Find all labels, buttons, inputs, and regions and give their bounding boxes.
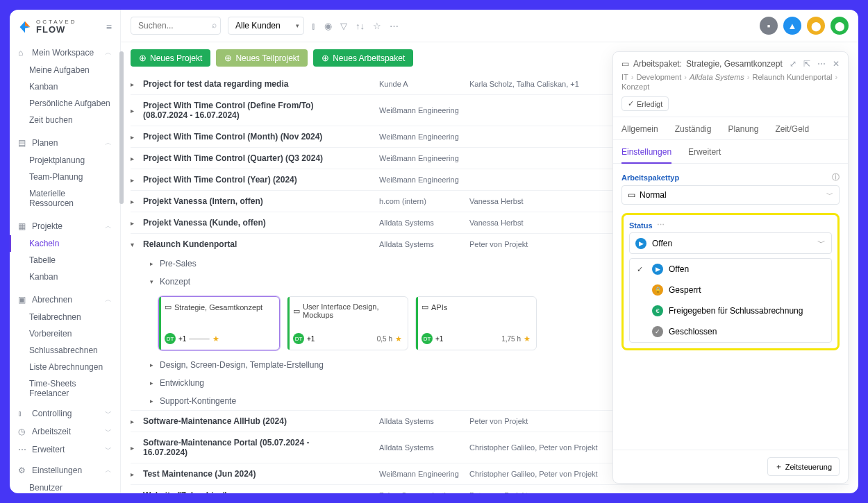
search-input[interactable] [131,17,221,35]
chevron-down-icon[interactable]: ▾ [131,241,143,248]
panel-more-icon[interactable]: ⋯ [817,59,826,69]
chevron-right-icon[interactable]: ▸ [131,470,143,478]
status-option[interactable]: ✓ Geschlossen [630,321,831,342]
status-select[interactable]: ▶ Offen ﹀ [629,232,832,254]
project-people: Peter von Projekt [469,491,849,493]
nav-erweitert[interactable]: ⋯Erweitert﹀ [10,441,120,459]
project-name: Software-Maintenance Portal (05.07.2024 … [143,438,351,457]
eye-icon[interactable]: ◉ [324,21,332,31]
sliders-icon[interactable]: ⫿ [311,21,316,31]
project-row[interactable]: ▸ Website "Zebra Live" Zebra Communicati… [131,484,849,493]
new-project-button[interactable]: ⊕Neues Projekt [131,49,210,67]
box-icon: ▭ [165,302,172,312]
panel-subtabs: Einstellungen Erweitert [613,140,848,164]
search-container: ⌕ [131,17,221,35]
nav-my-tasks[interactable]: Meine Aufgaben [10,62,120,78]
notification-button[interactable]: ▲ [783,17,801,35]
workpackage-card[interactable]: ▭ APIs DT +1 1,75 h ★ [415,296,537,350]
play-icon: ▶ [652,264,663,275]
more-icon[interactable]: ⋯ [390,21,399,31]
nav-partial-billing[interactable]: Teilabrechnen [10,309,120,325]
chevron-right-icon[interactable]: ▸ [131,198,143,205]
status-option-label: Freigegeben für Schlussabrechnung [669,306,803,316]
nav-personal-tasks[interactable]: Persönliche Aufgaben [10,95,120,112]
status-dropdown: ✓ ▶ Offen 🔒 Gesperrt € Freigegeben für S… [629,258,832,343]
tab-time-money[interactable]: Zeit/Geld [775,124,809,139]
nav-users[interactable]: Benutzer [10,479,120,493]
new-subproject-button[interactable]: ⊕Neues Teilprojekt [216,49,308,67]
nav-arbeitszeit[interactable]: ◷Arbeitszeit﹀ [10,423,120,441]
workpackage-card[interactable]: ▭ Strategie, Gesamtkonzept DT +1 ★ [158,296,280,350]
new-workpackage-button[interactable]: ⊕Neues Arbeitspaket [313,49,413,67]
customer-filter[interactable]: Alle Kunden▾ [228,17,304,35]
nav-project-planning[interactable]: Projektplanung [10,152,120,169]
chevron-right-icon[interactable]: ▸ [131,155,143,162]
menu-toggle-icon[interactable]: ≡ [106,22,112,33]
status-option[interactable]: ✓ ▶ Offen [630,259,831,280]
nav-planen[interactable]: ▤Planen︿ [10,134,120,152]
status-option[interactable]: € Freigegeben für Schlussabrechnung [630,300,831,321]
time-control-button[interactable]: ＋Zeitsteuerung [767,457,840,476]
status-button[interactable]: ⬤ [831,17,849,35]
nav-kanban2[interactable]: Kanban [10,268,120,285]
expand-icon[interactable]: ⤢ [790,59,796,69]
chevron-down-icon: ﹀ [826,190,833,200]
tab-settings[interactable]: Einstellungen [621,147,671,164]
nav-einstellungen[interactable]: ⚙Einstellungen︿ [10,461,120,479]
tab-general[interactable]: Allgemein [621,124,658,139]
done-icon: ✓ [652,326,663,337]
status-option[interactable]: 🔒 Gesperrt [630,280,831,300]
folder-button[interactable]: ▪ [760,17,778,35]
sort-icon[interactable]: ↑↓ [356,21,365,31]
play-icon: ▶ [635,238,646,249]
nav-abrechnen[interactable]: ▣Abrechnen︿ [10,291,120,309]
check-icon: ✓ [628,99,634,108]
chevron-right-icon[interactable]: ▸ [131,492,143,494]
tab-planning[interactable]: Planung [728,124,758,139]
nav-timesheets[interactable]: Time-Sheets Freelancer [10,375,120,402]
box-icon: ▭ [422,302,428,312]
panel-type: Arbeitspaket: [633,59,682,69]
warning-button[interactable]: ⬤ [807,17,825,35]
help-icon[interactable]: ⓘ [832,172,840,182]
nav-book-time[interactable]: Zeit buchen [10,112,120,128]
nav-prepare[interactable]: Vorbereiten [10,325,120,342]
nav-final-billing[interactable]: Schlussabrechnen [10,342,120,359]
tab-advanced[interactable]: Erweitert [688,147,721,163]
chevron-right-icon[interactable]: ▸ [131,418,143,425]
chevron-right-icon[interactable]: ▸ [131,80,143,88]
close-icon[interactable]: ✕ [833,59,840,69]
nav-table[interactable]: Tabelle [10,252,120,268]
nav-controlling[interactable]: ⫾Controlling﹀ [10,404,120,423]
chevron-right-icon[interactable]: ▸ [131,107,143,114]
chevron-right-icon[interactable]: ▸ [131,219,143,227]
chevron-right-icon[interactable]: ▸ [131,444,143,452]
project-name: Project With Time Control (Month) (Nov 2… [143,132,351,142]
nav-workspace[interactable]: ⌂Mein Workspace︿ [10,44,120,62]
filter-icon[interactable]: ▽ [340,21,347,31]
chevron-right-icon[interactable]: ▸ [131,133,143,141]
nav-kanban[interactable]: Kanban [10,78,120,95]
nav-team-planning[interactable]: Team-Planung [10,169,120,185]
nav-billing-list[interactable]: Liste Abrechnungen [10,359,120,375]
nav-projekte[interactable]: ▦Projekte︿ [10,217,120,235]
extra-count: +1 [435,335,443,343]
workpackage-card[interactable]: ▭ User Interface Design, Mockups DT +1 0… [287,296,408,350]
nav-resources[interactable]: Materielle Ressourcen [10,185,120,212]
tab-responsible[interactable]: Zuständig [675,124,712,139]
star-icon[interactable]: ☆ [373,21,381,31]
pin-icon[interactable]: ⇱ [803,59,810,69]
topbar: ⌕ Alle Kunden▾ ⫿ ◉ ▽ ↑↓ ☆ ⋯ ▪ ▲ ⬤ ⬤ [121,10,858,42]
project-name: Project With Time Control (Define From/T… [143,101,351,120]
lock-icon: 🔒 [652,284,663,296]
nav-tiles[interactable]: Kacheln [10,235,120,252]
wp-type-label: Arbeitspakettypⓘ [621,172,840,182]
done-chip[interactable]: ✓Erledigt [621,96,669,111]
project-name: Project With Time Control (Year) (2024) [143,175,351,185]
project-customer: h.com (intern) [379,197,469,205]
logo: OCTAVEDFLOW ≡ [10,10,120,41]
wp-type-select[interactable]: ▭ Normal ﹀ [621,185,840,205]
panel-title: Strategie, Gesamtkonzept [686,59,783,69]
check-icon: ✓ [637,265,646,274]
chevron-right-icon[interactable]: ▸ [131,176,143,184]
